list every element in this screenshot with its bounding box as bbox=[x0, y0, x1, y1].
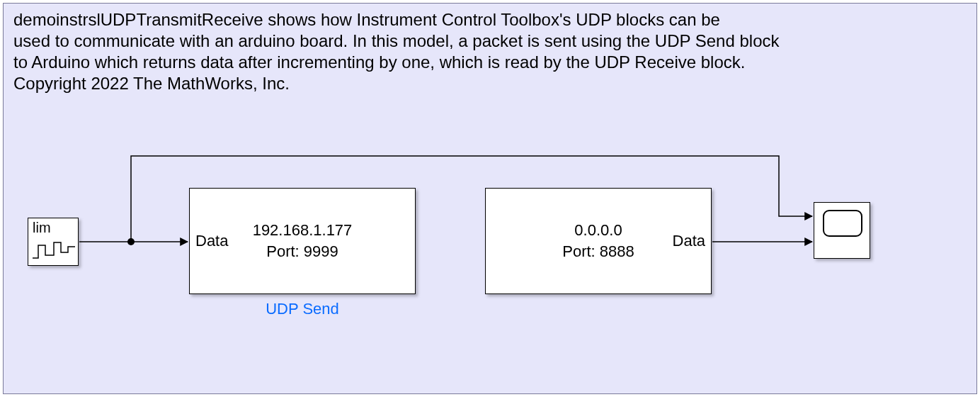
udp-receive-outport-label: Data bbox=[673, 232, 705, 250]
scope-screen-icon bbox=[823, 210, 862, 237]
udp-receive-block[interactable]: 0.0.0.0 Port: 8888 Data bbox=[485, 188, 712, 294]
udp-send-info: 192.168.1.177 Port: 9999 bbox=[253, 220, 353, 262]
wire-junction bbox=[127, 238, 135, 245]
desc-line-3: to Arduino which returns data after incr… bbox=[13, 52, 780, 73]
source-block[interactable]: lim bbox=[28, 218, 79, 266]
waveform-icon bbox=[33, 237, 75, 262]
udp-send-block-name[interactable]: UDP Send bbox=[189, 300, 416, 318]
udp-receive-port: Port: 8888 bbox=[562, 241, 634, 262]
udp-send-ip: 192.168.1.177 bbox=[253, 220, 353, 241]
udp-send-inport-label: Data bbox=[195, 232, 228, 250]
desc-line-4: Copyright 2022 The MathWorks, Inc. bbox=[13, 73, 780, 94]
udp-send-block[interactable]: Data 192.168.1.177 Port: 9999 bbox=[189, 188, 416, 294]
udp-send-port: Port: 9999 bbox=[253, 241, 353, 262]
udp-receive-info: 0.0.0.0 Port: 8888 bbox=[562, 220, 634, 262]
desc-line-2: used to communicate with an arduino boar… bbox=[13, 30, 780, 52]
udp-receive-ip: 0.0.0.0 bbox=[562, 220, 634, 241]
lim-label: lim bbox=[33, 220, 51, 236]
desc-line-1: demoinstrslUDPTransmitReceive shows how … bbox=[13, 9, 780, 30]
scope-block[interactable] bbox=[814, 202, 870, 259]
model-canvas[interactable]: demoinstrslUDPTransmitReceive shows how … bbox=[3, 3, 977, 394]
model-description: demoinstrslUDPTransmitReceive shows how … bbox=[13, 9, 780, 94]
